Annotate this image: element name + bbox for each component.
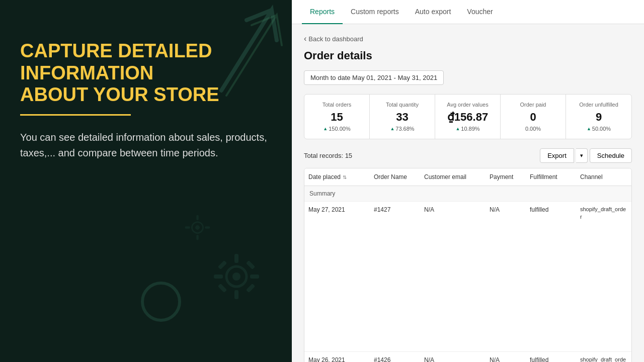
tab-custom-reports[interactable]: Custom reports (343, 0, 407, 24)
stat-value: 9 (572, 111, 625, 124)
left-panel: CAPTURE DETAILED INFORMATION ABOUT YOUR … (0, 0, 292, 362)
right-panel: Reports Custom reports Auto export Vouch… (292, 0, 644, 362)
col-customer-email[interactable]: Customer email (420, 168, 486, 186)
stat-label: Total quantity (376, 102, 429, 108)
stat-order-paid: Order paid 0 0.00% (501, 95, 566, 139)
records-count: Total records: 15 (304, 152, 352, 159)
headline-line1: CAPTURE DETAILED (20, 40, 212, 61)
svg-rect-9 (246, 284, 255, 293)
stat-label: Order unfulfilled (572, 102, 625, 108)
stat-value: ₫156.87 (441, 111, 494, 124)
circle-decoration (141, 282, 181, 322)
stat-label: Order paid (507, 102, 559, 108)
svg-rect-5 (250, 275, 259, 279)
tab-voucher[interactable]: Voucher (459, 0, 501, 24)
col-channel[interactable]: Channel (576, 168, 631, 186)
svg-rect-13 (196, 235, 198, 240)
stat-change: 10.89% (441, 126, 494, 132)
svg-rect-3 (234, 290, 238, 299)
subtext: You can see detailed information about s… (20, 130, 272, 161)
cell-date: May 26, 2021 (304, 352, 370, 363)
col-fulfillment[interactable]: Fulfillment (526, 168, 576, 186)
cell-payment: N/A (486, 202, 526, 218)
table-row: May 27, 2021 #1427 N/A N/A fulfilled sho… (304, 202, 631, 352)
svg-rect-15 (205, 226, 210, 228)
cell-order: #1427 (370, 202, 420, 218)
date-filter-button[interactable]: Month to date May 01, 2021 - May 31, 202… (304, 70, 444, 85)
sort-icon: ⇅ (343, 174, 347, 180)
stat-label: Avg order values (441, 102, 494, 108)
cell-products: Test product by api1Test product by api1… (631, 352, 632, 363)
gear-small-icon (184, 214, 211, 241)
table-header-row: Total records: 15 Export ▾ Schedule (304, 148, 632, 163)
cell-payment: N/A (486, 352, 526, 363)
stat-total-quantity: Total quantity 33 73.68% (370, 95, 435, 139)
cell-products: Casio Trousers in Stone - Ston...Casio T… (631, 202, 632, 351)
svg-rect-14 (185, 226, 190, 228)
top-nav: Reports Custom reports Auto export Vouch… (292, 0, 644, 24)
col-date-placed[interactable]: Date placed ⇅ (304, 168, 370, 186)
stat-change: 73.68% (376, 126, 429, 132)
cell-fulfillment: fulfilled (526, 202, 576, 218)
tab-auto-export[interactable]: Auto export (407, 0, 459, 24)
headline-divider (20, 114, 131, 116)
stat-change: 50.00% (572, 126, 625, 132)
tab-reports[interactable]: Reports (302, 0, 343, 24)
data-table: Date placed ⇅ Order Name Customer email … (304, 168, 632, 362)
col-order-name[interactable]: Order Name (370, 168, 420, 186)
svg-rect-7 (246, 260, 255, 269)
schedule-button[interactable]: Schedule (590, 148, 632, 163)
col-product[interactable]: Product (631, 168, 632, 186)
table-actions: Export ▾ Schedule (540, 148, 632, 163)
gear-large-icon (211, 251, 262, 302)
svg-rect-8 (218, 284, 227, 293)
stat-value: 0 (507, 111, 559, 124)
stat-change: 150.00% (310, 126, 363, 132)
cell-channel: shopify_draft_order (576, 352, 631, 363)
svg-rect-12 (196, 215, 198, 220)
stat-value: 15 (310, 111, 363, 124)
cell-channel: shopify_draft_order (576, 202, 631, 225)
table-row: May 26, 2021 #1426 N/A N/A fulfilled sho… (304, 352, 631, 363)
stat-label: Total orders (310, 102, 363, 108)
headline-line3: ABOUT YOUR STORE (20, 84, 219, 105)
stat-avg-order-values: Avg order values ₫156.87 10.89% (435, 95, 501, 139)
headline: CAPTURE DETAILED INFORMATION ABOUT YOUR … (20, 40, 272, 106)
svg-point-1 (232, 273, 240, 281)
stat-order-unfulfilled: Order unfulfilled 9 50.00% (566, 95, 631, 139)
svg-rect-6 (218, 260, 227, 269)
cell-date: May 27, 2021 (304, 202, 370, 218)
svg-rect-4 (214, 275, 223, 279)
headline-line2: INFORMATION (20, 62, 153, 83)
svg-rect-2 (234, 254, 238, 263)
page-title: Order details (304, 49, 632, 62)
stat-change: 0.00% (507, 126, 559, 132)
cell-email: N/A (420, 352, 486, 363)
cell-order: #1426 (370, 352, 420, 363)
stats-row: Total orders 15 150.00% Total quantity 3… (304, 94, 632, 139)
back-link[interactable]: Back to dashboard (304, 34, 632, 43)
stat-value: 33 (376, 111, 429, 124)
summary-row: Summary (304, 186, 631, 202)
table-body: May 27, 2021 #1427 N/A N/A fulfilled sho… (304, 202, 631, 362)
export-dropdown-button[interactable]: ▾ (576, 148, 588, 163)
cell-email: N/A (420, 202, 486, 218)
svg-point-11 (195, 225, 200, 230)
stat-total-orders: Total orders 15 150.00% (304, 95, 370, 139)
export-button[interactable]: Export (540, 148, 574, 163)
table-column-headers: Date placed ⇅ Order Name Customer email … (304, 168, 631, 186)
content-area: Back to dashboard Order details Month to… (292, 24, 644, 362)
cell-fulfillment: fulfilled (526, 352, 576, 363)
col-payment[interactable]: Payment (486, 168, 526, 186)
